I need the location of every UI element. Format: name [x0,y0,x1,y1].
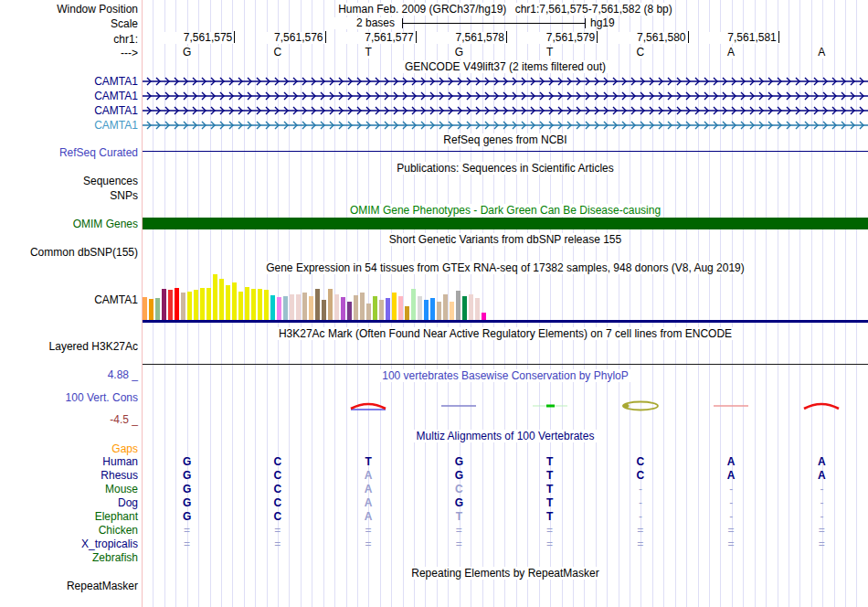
gtex-tissue-bar[interactable] [251,289,256,320]
gtex-tissue-bar[interactable] [315,289,320,320]
gtex-tissue-bar[interactable] [219,279,224,320]
alignment-base: A [361,496,376,509]
gtex-tissue-bar[interactable] [328,289,333,320]
gtex-tissue-bar[interactable] [347,302,352,320]
ruler-number: 7,561,581 [709,32,778,44]
genome-label: hg19 [590,17,615,29]
gtex-tissue-bar[interactable] [155,298,160,320]
dbsnp-label[interactable]: Common dbSNP(155) [0,246,138,259]
species-label[interactable]: Elephant [0,510,138,523]
gtex-tissue-bar[interactable] [354,295,358,320]
gtex-tissue-bar[interactable] [379,300,384,320]
gtex-tissue-bar[interactable] [322,300,326,320]
species-label[interactable]: Mouse [0,483,138,495]
gtex-tissue-bar[interactable] [366,304,371,320]
gtex-tissue-bar[interactable] [194,290,198,320]
alignment-base: C [270,496,285,509]
gene-transcript-line[interactable] [143,91,868,101]
gene-label[interactable]: CAMTA1 [0,90,138,102]
gtex-tissue-bar[interactable] [296,294,301,320]
gene-label[interactable]: CAMTA1 [0,119,138,132]
gene-transcript-line[interactable] [143,76,868,87]
gtex-tissue-bar[interactable] [443,294,448,320]
gtex-tissue-bar[interactable] [162,289,166,320]
gtex-tissue-bar[interactable] [232,282,237,320]
gtex-tissue-bar[interactable] [302,293,307,320]
alignment-base: = [451,538,466,550]
species-label[interactable]: X_tropicalis [0,538,138,550]
refseq-empty-line[interactable] [143,151,868,152]
gtex-tissue-bar[interactable] [187,292,192,320]
gtex-tissue-bar[interactable] [450,302,454,320]
gtex-bar-chart[interactable] [143,274,494,320]
gtex-gene-label[interactable]: CAMTA1 [0,293,138,306]
gtex-tissue-bar[interactable] [341,297,345,320]
phylop-label[interactable]: 100 Vert. Cons [0,391,138,404]
gtex-tissue-bar[interactable] [462,296,467,320]
ruler-number: 7,561,576 [256,32,325,44]
gtex-tissue-bar[interactable] [373,296,377,320]
gtex-tissue-bar[interactable] [200,288,205,320]
alignment-base: T [451,510,466,523]
gtex-tissue-bar[interactable] [226,285,230,320]
gtex-tissue-bar[interactable] [475,298,480,320]
h3k27ac-track-title: H3K27Ac Mark (Often Found Near Active Re… [143,327,868,340]
species-label[interactable]: Zebrafish [0,551,138,564]
gtex-tissue-bar[interactable] [149,299,153,320]
gtex-tissue-bar[interactable] [213,274,217,320]
gtex-tissue-bar[interactable] [424,300,429,320]
gene-label[interactable]: CAMTA1 [0,104,138,117]
repeatmasker-label[interactable]: RepeatMasker [0,580,138,592]
species-label[interactable]: Rhesus [0,469,138,482]
gtex-tissue-bar[interactable] [392,293,397,320]
species-label[interactable]: Gaps [0,442,138,455]
snps-label[interactable]: SNPs [0,189,138,202]
gtex-tissue-bar[interactable] [430,298,435,320]
chrom-label: chr1: [0,33,138,46]
gtex-tissue-bar[interactable] [264,290,269,320]
h3k27ac-label[interactable]: Layered H3K27Ac [0,340,138,353]
gtex-tissue-bar[interactable] [456,291,460,320]
gtex-tissue-bar[interactable] [206,288,211,320]
refseq-curated-label[interactable]: RefSeq Curated [0,146,138,159]
gtex-tissue-bar[interactable] [411,289,416,320]
base-letter: G [179,47,196,59]
browser-position-title: Human Feb. 2009 (GRCh37/hg19) chr1:7,561… [143,3,868,16]
gtex-tissue-bar[interactable] [277,297,281,320]
gtex-tissue-bar[interactable] [386,298,390,320]
gtex-tissue-bar[interactable] [469,294,473,320]
ruler-number: 7,561,580 [619,32,688,44]
gtex-tissue-bar[interactable] [181,293,185,320]
omim-genes-label[interactable]: OMIM Genes [0,218,138,230]
gtex-tissue-bar[interactable] [405,306,409,320]
gtex-tissue-bar[interactable] [168,290,173,320]
gtex-tissue-bar[interactable] [360,293,365,320]
gtex-tissue-bar[interactable] [334,294,339,320]
species-label[interactable]: Dog [0,496,138,509]
gtex-tissue-bar[interactable] [175,288,179,320]
gene-transcript-line[interactable] [143,105,868,116]
alignment-base: T [543,483,557,495]
ruler-tick [325,31,326,43]
gtex-tissue-bar[interactable] [283,296,288,320]
gtex-tissue-bar[interactable] [290,294,294,320]
species-label[interactable]: Human [0,455,138,468]
gtex-tissue-bar[interactable] [245,287,249,320]
gtex-tissue-bar[interactable] [437,302,441,320]
omim-gene-bar[interactable] [143,218,868,229]
gtex-tissue-bar[interactable] [258,289,262,320]
species-label[interactable]: Chicken [0,524,138,537]
gtex-tissue-bar[interactable] [270,295,275,320]
gtex-tissue-bar[interactable] [482,313,486,320]
sequences-label[interactable]: Sequences [0,175,138,187]
scale-value: 2 bases [329,17,397,29]
alignment-base: C [270,483,285,495]
gtex-tissue-bar[interactable] [309,296,313,320]
alignment-base: = [270,524,285,537]
gene-transcript-line[interactable] [143,120,868,131]
gtex-tissue-bar[interactable] [238,292,243,320]
gtex-tissue-bar[interactable] [418,296,422,320]
gtex-tissue-bar[interactable] [143,297,147,320]
gtex-tissue-bar[interactable] [398,296,403,320]
gene-label[interactable]: CAMTA1 [0,75,138,88]
